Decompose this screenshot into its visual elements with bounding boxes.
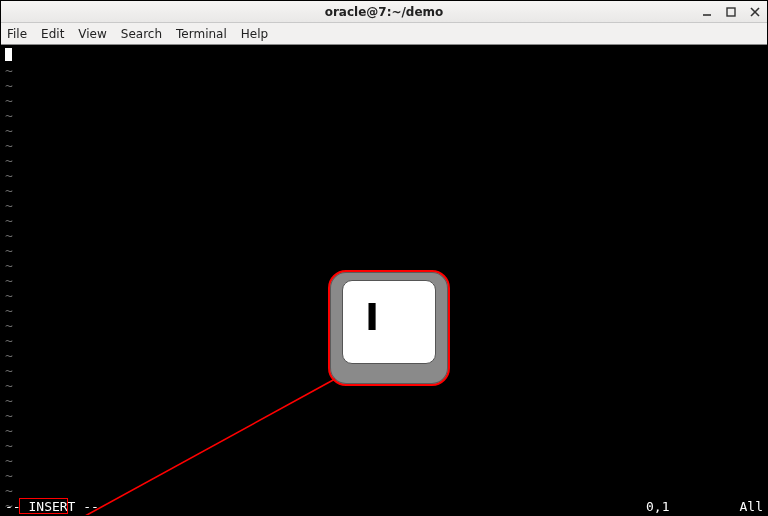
svg-line-4: [23, 379, 335, 515]
close-button[interactable]: [747, 4, 763, 20]
menu-file[interactable]: File: [7, 27, 27, 41]
annotation-key-label: I: [365, 295, 379, 339]
annotation-pointer-line: [1, 45, 767, 515]
maximize-button[interactable]: [723, 4, 739, 20]
menu-help[interactable]: Help: [241, 27, 268, 41]
terminal-area[interactable]: ~ ~ ~ ~ ~ ~ ~ ~ ~ ~ ~ ~ ~ ~ ~ ~ ~ ~ ~ ~ …: [1, 45, 767, 515]
menubar: File Edit View Search Terminal Help: [1, 23, 767, 45]
window-controls: [699, 1, 763, 23]
vim-empty-lines: ~ ~ ~ ~ ~ ~ ~ ~ ~ ~ ~ ~ ~ ~ ~ ~ ~ ~ ~ ~ …: [5, 63, 13, 513]
annotation-keycap: I: [328, 270, 450, 386]
text-cursor: [5, 48, 12, 61]
vim-status-line: -- INSERT -- 0,1 All: [1, 499, 767, 513]
titlebar: oracle@7:~/demo: [1, 1, 767, 23]
menu-view[interactable]: View: [78, 27, 106, 41]
menu-terminal[interactable]: Terminal: [176, 27, 227, 41]
vim-cursor-position: 0,1: [646, 499, 669, 514]
terminal-window: oracle@7:~/demo File Edit View Search Te…: [0, 0, 768, 516]
annotation-keycap-face: I: [342, 280, 436, 364]
window-title: oracle@7:~/demo: [1, 5, 767, 19]
menu-edit[interactable]: Edit: [41, 27, 64, 41]
vim-scroll-indicator: All: [740, 499, 763, 514]
vim-mode-indicator: -- INSERT --: [5, 499, 99, 514]
minimize-button[interactable]: [699, 4, 715, 20]
svg-rect-1: [727, 8, 735, 16]
menu-search[interactable]: Search: [121, 27, 162, 41]
